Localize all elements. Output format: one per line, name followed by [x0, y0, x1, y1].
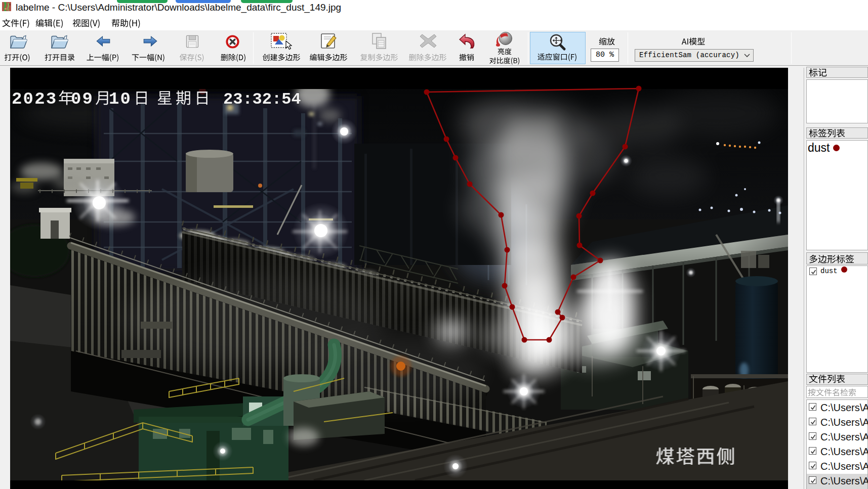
- svg-text:10: 10: [109, 90, 132, 109]
- svg-text:2023: 2023: [12, 90, 57, 109]
- svg-text:09: 09: [71, 90, 94, 109]
- svg-text:23:32:54: 23:32:54: [223, 90, 301, 109]
